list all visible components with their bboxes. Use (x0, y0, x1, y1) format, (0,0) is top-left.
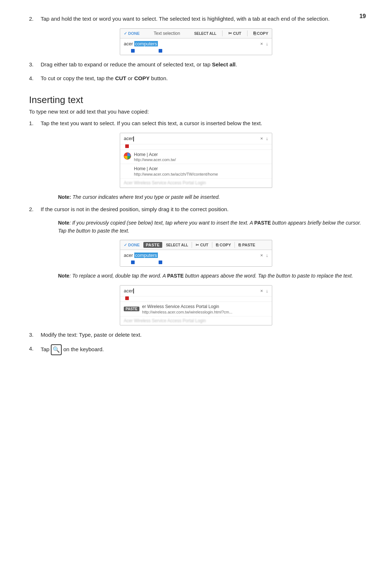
result-2-url: http://www.acer.com.tw/ac/zh/TW/content/… (134, 172, 218, 176)
note-3: Note: To replace a word, double tap the … (58, 272, 363, 280)
toolbar3-copy[interactable]: ⎘ COPY (216, 243, 231, 247)
toolbar3-sep3 (234, 242, 235, 248)
toolbar3-done: ✓ DONE (124, 243, 140, 247)
toolbar4-cursor-handle (125, 296, 129, 300)
step-4-cut: CUT (115, 75, 126, 81)
browser-result-1-text: Home | Acer http://www.acer.com.tw/ (134, 152, 176, 162)
copy-icon-3: ⎘ (216, 243, 219, 247)
ins-step-1-text: Tap the text you want to select. If you … (41, 119, 363, 128)
toolbar-done: ✓ DONE (124, 31, 140, 36)
result-2-title: Home | Acer (134, 166, 218, 172)
toolbar4-cursor-handle-row (120, 296, 272, 302)
ins-step-4: 4. Tap 🔍 on the keyboard. (29, 344, 363, 355)
input3-before: acer (124, 253, 134, 258)
clear-icon-3: × (260, 253, 263, 258)
paste-suggestion-main-text: er Wireless Service Access Portal Login (142, 304, 233, 310)
cut-label-3: CUT (200, 243, 208, 247)
search-keyboard-icon: 🔍 (51, 344, 62, 355)
step-4: 4. To cut or copy the text, tap the CUT … (29, 74, 363, 83)
select-all-label: SELECT ALL (194, 32, 216, 36)
ins-step-4-content: Tap 🔍 on the keyboard. (41, 344, 363, 355)
cut-icon-3: ✂ (196, 243, 199, 247)
toolbar-cut-button[interactable]: ✂ CUT (228, 31, 241, 36)
ins-step-4-text2: on the keyboard. (64, 346, 104, 352)
ins-step-4-number: 4. (29, 344, 41, 355)
step-3-main: Drag either tab to expand or reduce the … (41, 61, 212, 67)
chrome-logo (124, 153, 131, 159)
step-2: 2. Tap and hold the text or word you wan… (29, 15, 363, 23)
right-cursor-handle (159, 49, 162, 53)
toolbar-illustration-1: ✓ DONE Text selection SELECT ALL ✂ CUT ⎘… (120, 28, 272, 55)
toolbar3-icons: × ↓ (260, 253, 268, 258)
ins-step-1: 1. Tap the text you want to select. If y… (29, 119, 363, 128)
input3-highlighted: computers (134, 253, 158, 258)
step-4-text: To cut or copy the text, tap the CUT or … (41, 74, 363, 83)
paste-suggestion-row[interactable]: PASTE er Wireless Service Access Portal … (120, 302, 272, 316)
mic-icon-3: ↓ (266, 253, 269, 258)
note-2-text: : If you previously copied (see below) t… (69, 220, 254, 226)
toolbar3-input-row: acer computers × ↓ (120, 250, 272, 261)
toolbar-illustration-4: acer × ↓ PASTE er Wireless Service Acces… (120, 285, 272, 325)
step-2-number: 2. (29, 15, 41, 23)
note-3-text: : To replace a word, double tap the word… (69, 273, 167, 279)
section-title-inserting: Inserting text (29, 94, 363, 106)
paste-suggestion-url: http://wireless.acer.com.tw/wirelesslogi… (142, 310, 233, 314)
toolbar-illustration-3: ✓ DONE PASTE SELECT ALL ✂ CUT ⎘ COPY ⎘ P… (120, 240, 272, 267)
ins-step-2-text: If the cursor is not in the desired posi… (41, 205, 363, 214)
toolbar2-clear-icon: × (260, 136, 263, 141)
note-3-label: Note (58, 273, 69, 279)
checkmark-icon: ✓ (124, 31, 127, 36)
toolbar-separator-1 (222, 30, 222, 36)
toolbar4-icons: × ↓ (260, 288, 268, 294)
toolbar-illustration-2: acer × ↓ Home | Acer http://www.acer.com… (120, 133, 272, 188)
step-3-number: 3. (29, 60, 41, 69)
cursor-handles-row (120, 49, 272, 55)
input-text-highlighted: computers (134, 41, 158, 46)
toolbar-input-row: acer computers × ↓ (120, 38, 272, 49)
toolbar3-paste-btn[interactable]: PASTE (143, 242, 162, 248)
toolbar3-select-all: SELECT ALL (166, 243, 188, 247)
browser-result-2[interactable]: Home | Acer http://www.acer.com.tw/ac/zh… (120, 164, 272, 179)
copy-label: COPY (257, 31, 268, 36)
toolbar2-icons: × ↓ (260, 136, 268, 141)
input-text-before: acer (124, 41, 134, 46)
section-intro: To type new text or add text that you ha… (29, 108, 363, 115)
toolbar-copy-button[interactable]: ⎘ COPY (253, 31, 268, 36)
paste-suggestion-label: PASTE (124, 307, 139, 311)
copy-label-3: COPY (220, 243, 231, 247)
browser-result-blur: Acer Wireless Service Access Portal Logi… (120, 179, 272, 188)
step-3-bold: Select all (212, 61, 236, 67)
note-1-label: Note: (58, 194, 71, 200)
ins-step-2-number: 2. (29, 205, 41, 214)
ins-step-3-number: 3. (29, 331, 41, 339)
toolbar-select-all: SELECT ALL (194, 32, 216, 36)
clear-icon: × (260, 41, 263, 46)
step-3: 3. Drag either tab to expand or reduce t… (29, 60, 363, 69)
note-2-label: Note (58, 220, 69, 226)
toolbar-input-text: acer computers (124, 41, 258, 46)
cut-label: CUT (233, 31, 241, 36)
paste-suggestion-content: er Wireless Service Access Portal Login … (142, 304, 233, 314)
done-label: DONE (128, 31, 140, 36)
ins-step-3-text: Modify the text: Type, paste or delete t… (41, 331, 363, 339)
note-3-paste-bold: PASTE (167, 273, 184, 279)
toolbar3-cut[interactable]: ✂ CUT (196, 243, 208, 247)
toolbar3-paste2[interactable]: ⎘ PASTE (238, 243, 255, 247)
toolbar3-right-handle (159, 261, 162, 264)
note-1: Note: The cursor indicates where text yo… (58, 193, 363, 201)
toolbar-action-icons: × ↓ (260, 41, 268, 46)
toolbar4-mic-icon: ↓ (266, 288, 269, 294)
toolbar3-input-text: acer computers (124, 253, 258, 258)
step-4-copy: COPY (134, 75, 150, 81)
toolbar-title: Text selection (146, 31, 188, 36)
note-2: Note: If you previously copied (see belo… (58, 219, 363, 235)
ins-step-3: 3. Modify the text: Type, paste or delet… (29, 331, 363, 339)
toolbar3-sep2 (212, 242, 212, 248)
text-cursor (133, 136, 134, 141)
browser-result-1[interactable]: Home | Acer http://www.acer.com.tw/ (120, 150, 272, 164)
step-4-or: or (126, 75, 134, 81)
mic-icon: ↓ (266, 41, 269, 46)
final-steps: 3. Modify the text: Type, paste or delet… (29, 331, 363, 355)
note-2-paste-bold: PASTE (254, 220, 271, 226)
page-number: 19 (359, 13, 366, 20)
